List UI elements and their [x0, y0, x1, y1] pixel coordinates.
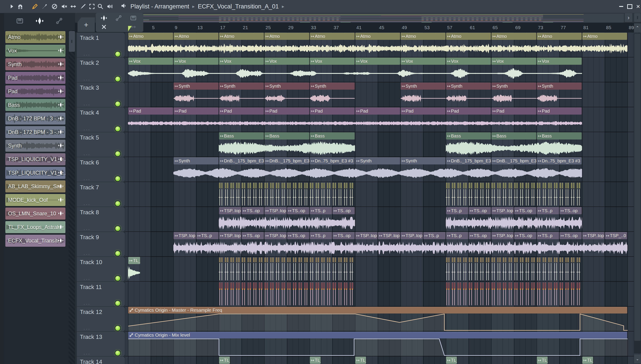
slip-icon[interactable] — [51, 3, 58, 10]
chop-clip[interactable] — [321, 282, 323, 289]
chop-clip[interactable] — [259, 183, 260, 188]
chop-clip[interactable] — [510, 183, 512, 188]
chop-clip[interactable] — [458, 282, 459, 289]
chop-clip[interactable] — [352, 282, 353, 289]
chop-clip[interactable] — [346, 282, 348, 289]
track-options-dots[interactable]: ... — [84, 50, 90, 57]
automation-clip-13[interactable]: Cymatics Origin - Mix level — [128, 332, 628, 356]
clip-ts-op[interactable]: ↦TS..op — [559, 232, 582, 256]
chop-clip[interactable] — [497, 258, 499, 262]
chop-clip[interactable] — [567, 282, 569, 289]
chop-clip[interactable] — [505, 282, 506, 289]
chop-clip[interactable] — [577, 282, 578, 289]
chop-clip[interactable] — [344, 183, 346, 188]
chop-clip[interactable] — [548, 183, 550, 188]
chop-clip[interactable] — [306, 183, 308, 188]
track-header-2[interactable]: Track 2... — [77, 58, 125, 82]
chop-clip[interactable] — [221, 183, 223, 188]
track-options-dots[interactable]: ... — [84, 250, 90, 256]
arrangement-overview-strip[interactable] — [136, 13, 624, 23]
chop-clip[interactable] — [448, 282, 450, 289]
track-mute-led[interactable] — [114, 250, 121, 256]
clip-pad[interactable]: ↦Pad — [355, 108, 400, 132]
chop-clip[interactable] — [293, 258, 294, 262]
audio-clips-icon[interactable] — [99, 14, 109, 22]
clip-source-dnb-172-bpm-3-[interactable]: DnB - 172 BPM - 3 -.. — [5, 126, 66, 138]
chop-clip[interactable] — [571, 258, 572, 262]
chop-clip[interactable] — [463, 282, 465, 289]
chop-clip[interactable] — [560, 282, 561, 289]
chop-clip[interactable] — [250, 282, 251, 289]
chop-clip[interactable] — [232, 258, 234, 262]
chop-clip[interactable] — [522, 183, 524, 188]
mute-icon[interactable] — [60, 3, 68, 10]
clip-vox[interactable]: ↦Vox — [355, 58, 400, 82]
chop-clip[interactable] — [327, 183, 328, 188]
clip-ts-p[interactable]: ↦TS..p — [310, 207, 332, 232]
chop-clip[interactable] — [448, 258, 450, 262]
clip-dnb-175-bpm-e3[interactable]: ↦DnB.._175_bpm_E3 — [264, 157, 310, 182]
chop-clip[interactable] — [327, 258, 328, 262]
chop-clip[interactable] — [499, 183, 501, 188]
chop-clip[interactable] — [550, 258, 552, 262]
track-header-6[interactable]: Track 6... — [77, 157, 125, 182]
chop-clip[interactable] — [488, 258, 490, 262]
track-options-dots[interactable]: ... — [84, 225, 90, 231]
clip-synth[interactable]: ↦Synth — [264, 82, 310, 107]
zoom-icon[interactable] — [96, 3, 104, 10]
chop-clip[interactable] — [264, 282, 266, 289]
chop-clip[interactable] — [227, 183, 228, 188]
track-options-dots[interactable]: ... — [84, 76, 90, 82]
clip-source-pad[interactable]: Pad — [5, 86, 66, 98]
chop-clip[interactable] — [272, 183, 274, 188]
chop-clip[interactable] — [571, 183, 572, 188]
track-header-12[interactable]: Track 12... — [77, 307, 125, 331]
chop-clip[interactable] — [244, 282, 246, 289]
chop-clip[interactable] — [244, 258, 246, 262]
picker-scrollbar-handle[interactable] — [69, 31, 75, 52]
track-header-5[interactable]: Track 5... — [77, 132, 125, 157]
chop-clip[interactable] — [550, 282, 552, 289]
chop-clip[interactable] — [248, 282, 249, 289]
chop-clip[interactable] — [565, 183, 567, 188]
track-options-dots[interactable]: ... — [84, 125, 90, 132]
clip-source-synth[interactable]: Synth — [5, 140, 66, 152]
track-header-4[interactable]: Track 4... — [77, 108, 125, 132]
clip-source-tl-fx-loops-astral-[interactable]: TL_FX_Loops_Astral.. — [5, 221, 66, 233]
chop-clip[interactable] — [253, 258, 254, 262]
chop-clip[interactable] — [318, 183, 319, 188]
chop-clip[interactable] — [573, 282, 575, 289]
chop-clip[interactable] — [338, 282, 340, 289]
chop-clip[interactable] — [264, 258, 266, 262]
chop-clip[interactable] — [244, 183, 246, 188]
chop-clip[interactable] — [454, 282, 456, 289]
chop-clip[interactable] — [499, 258, 501, 262]
chop-clip[interactable] — [284, 258, 285, 262]
chop-clip[interactable] — [514, 282, 516, 289]
chop-clip[interactable] — [516, 282, 518, 289]
draw-icon[interactable] — [31, 3, 39, 10]
select-icon[interactable] — [88, 3, 96, 10]
chop-clip[interactable] — [225, 258, 226, 262]
chop-clip[interactable] — [579, 282, 580, 289]
chop-clip[interactable] — [219, 183, 220, 188]
track-mute-led[interactable] — [114, 300, 121, 306]
clip-synth[interactable]: ↦Synth — [355, 157, 400, 182]
chop-clip[interactable] — [259, 258, 260, 262]
chop-clip[interactable] — [480, 282, 482, 289]
chop-clip[interactable] — [554, 183, 556, 188]
chop-clip[interactable] — [295, 282, 296, 289]
chop-clip[interactable] — [522, 258, 524, 262]
chop-clip[interactable] — [310, 183, 311, 188]
close-button[interactable]: × — [634, 3, 641, 10]
chop-clip[interactable] — [248, 183, 249, 188]
chop-clip[interactable] — [276, 282, 277, 289]
chop-clip[interactable] — [463, 258, 465, 262]
chop-clip[interactable] — [545, 258, 546, 262]
chop-clip[interactable] — [458, 258, 459, 262]
playhead-marker[interactable] — [128, 26, 132, 32]
chop-clip[interactable] — [242, 183, 243, 188]
chop-clip[interactable] — [503, 282, 504, 289]
chop-clip[interactable] — [316, 258, 317, 262]
chop-clip[interactable] — [531, 183, 533, 188]
